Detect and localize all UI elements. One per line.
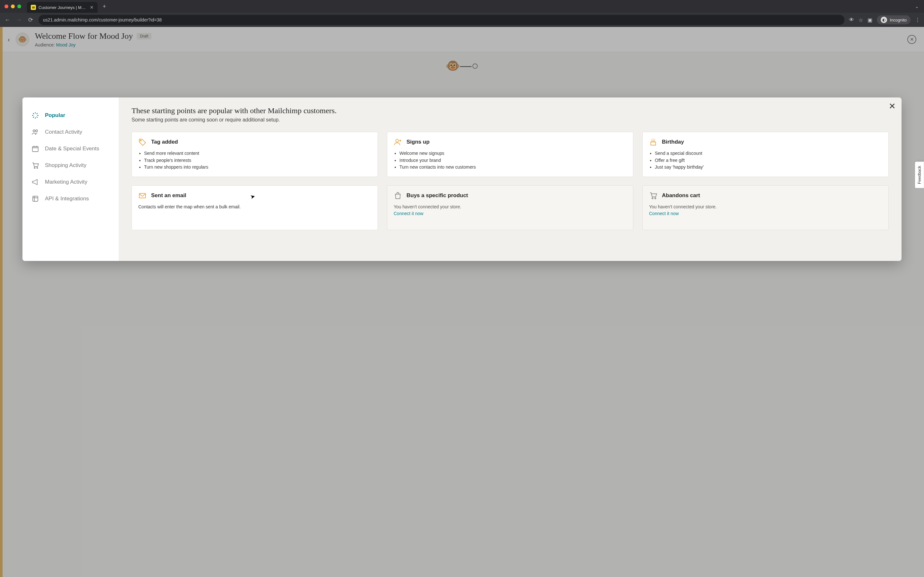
address-row: ← → ⟳ us21.admin.mailchimp.com/customer-…: [0, 13, 924, 27]
card-title: Birthday: [662, 139, 684, 145]
card-title: Abandons cart: [662, 192, 700, 199]
feedback-tab[interactable]: Feedback: [915, 161, 924, 188]
api-icon: [31, 195, 39, 203]
card-bullet: Send more relevant content: [144, 150, 371, 157]
card-title: Sent an email: [151, 192, 186, 199]
cake-icon: [649, 138, 657, 146]
connect-store-link[interactable]: Connect it now: [649, 211, 679, 216]
card-signs-up[interactable]: Signs up Welcome new signups Introduce y…: [387, 132, 633, 177]
person-plus-icon: [394, 138, 402, 146]
panel-icon[interactable]: ▣: [867, 17, 872, 23]
svg-point-1: [36, 130, 37, 132]
maximize-window-icon[interactable]: [17, 5, 21, 8]
card-bullet: Offer a free gift: [655, 157, 882, 164]
envelope-icon: [138, 191, 147, 200]
url-text: us21.admin.mailchimp.com/customer-journe…: [43, 17, 162, 23]
svg-point-6: [140, 140, 141, 141]
sidebar-item-popular[interactable]: Popular: [23, 107, 119, 124]
close-tab-icon[interactable]: ✕: [90, 5, 94, 10]
reload-button[interactable]: ⟳: [27, 16, 34, 23]
modal-subheading: Some starting points are coming soon or …: [132, 117, 889, 123]
browser-tab[interactable]: ✉ Customer Journeys | Mailchimp ✕: [27, 2, 97, 13]
card-bullet: Turn new shoppers into regulars: [144, 164, 371, 171]
card-bullet: Introduce your brand: [399, 157, 627, 164]
modal-sidebar: Popular Contact Activity Date & Special …: [23, 97, 119, 261]
window-traffic-lights[interactable]: [5, 5, 21, 8]
viewport: ‹ 🐵 Welcome Flow for Mood Joy Draft Audi…: [0, 27, 924, 577]
incognito-badge[interactable]: ◐ Incognito: [877, 15, 911, 24]
tag-icon: [138, 138, 147, 146]
tab-bar: ✉ Customer Journeys | Mailchimp ✕ + ⌄: [0, 0, 924, 13]
svg-point-10: [655, 198, 656, 199]
card-bullet: Turn new contacts into new customers: [399, 164, 627, 171]
sidebar-item-contact-activity[interactable]: Contact Activity: [23, 124, 119, 140]
card-buys-product[interactable]: Buys a specific product You haven't conn…: [387, 185, 633, 230]
sidebar-item-label: Popular: [45, 112, 65, 119]
card-desc: Contacts will enter the map when sent a …: [138, 203, 371, 210]
card-bullets: Send a special discount Offer a free gif…: [649, 150, 882, 171]
card-bullet: Send a special discount: [655, 150, 882, 157]
feedback-label: Feedback: [917, 166, 922, 184]
connect-store-link[interactable]: Connect it now: [394, 211, 423, 216]
sidebar-item-label: Shopping Activity: [45, 162, 86, 169]
close-window-icon[interactable]: [5, 5, 8, 8]
card-title: Signs up: [407, 139, 430, 145]
bag-icon: [394, 191, 402, 200]
back-button[interactable]: ←: [4, 17, 11, 23]
cart-icon: [649, 191, 657, 200]
eye-off-icon[interactable]: 👁: [849, 17, 854, 23]
new-tab-button[interactable]: +: [100, 3, 109, 10]
svg-rect-8: [139, 193, 145, 198]
forward-button: →: [15, 17, 23, 23]
sidebar-item-label: Contact Activity: [45, 129, 82, 135]
svg-rect-2: [32, 147, 38, 152]
incognito-label: Incognito: [890, 18, 907, 23]
card-abandons-cart[interactable]: Abandons cart You haven't connected your…: [642, 185, 889, 230]
calendar-icon: [31, 145, 39, 153]
svg-point-9: [652, 198, 653, 199]
card-title: Buys a specific product: [407, 192, 468, 199]
cart-icon: [31, 161, 39, 169]
browser-chrome: ✉ Customer Journeys | Mailchimp ✕ + ⌄ ← …: [0, 0, 924, 27]
card-bullets: Welcome new signups Introduce your brand…: [394, 150, 627, 171]
sidebar-item-label: Marketing Activity: [45, 179, 87, 185]
card-bullets: Send more relevant content Track people'…: [138, 150, 371, 171]
card-bullet: Just say 'happy birthday': [655, 164, 882, 171]
kebab-menu-icon[interactable]: ⋮: [915, 17, 920, 23]
megaphone-icon: [31, 178, 39, 186]
people-icon: [31, 128, 39, 136]
chevron-down-icon[interactable]: ⌄: [913, 4, 921, 9]
sidebar-item-shopping-activity[interactable]: Shopping Activity: [23, 157, 119, 174]
card-title: Tag added: [151, 139, 178, 145]
card-tag-added[interactable]: Tag added Send more relevant content Tra…: [132, 132, 378, 177]
card-bullet: Track people's interests: [144, 157, 371, 164]
sidebar-item-date-events[interactable]: Date & Special Events: [23, 140, 119, 157]
sparkle-icon: [31, 111, 39, 119]
card-desc: You haven't connected your store.: [649, 203, 882, 210]
card-bullet: Welcome new signups: [399, 150, 627, 157]
close-modal-button[interactable]: ✕: [889, 102, 896, 110]
svg-point-0: [33, 130, 35, 132]
sidebar-item-api-integrations[interactable]: API & Integrations: [23, 190, 119, 207]
card-sent-email[interactable]: Sent an email Contacts will enter the ma…: [132, 185, 378, 230]
minimize-window-icon[interactable]: [11, 5, 15, 8]
modal-main: ✕ These starting points are popular with…: [119, 97, 901, 261]
cards-grid: Tag added Send more relevant content Tra…: [132, 132, 889, 230]
svg-rect-5: [33, 196, 38, 201]
address-bar[interactable]: us21.admin.mailchimp.com/customer-journe…: [39, 15, 845, 25]
card-birthday[interactable]: Birthday Send a special discount Offer a…: [642, 132, 889, 177]
tab-title: Customer Journeys | Mailchimp: [39, 5, 87, 10]
starting-point-modal: Popular Contact Activity Date & Special …: [23, 97, 901, 261]
svg-point-3: [34, 168, 35, 169]
favicon-icon: ✉: [31, 5, 36, 10]
incognito-icon: ◐: [881, 17, 887, 23]
sidebar-item-label: API & Integrations: [45, 195, 89, 202]
sidebar-item-marketing-activity[interactable]: Marketing Activity: [23, 174, 119, 190]
svg-point-7: [396, 139, 399, 142]
star-icon[interactable]: ☆: [859, 17, 863, 23]
card-desc: You haven't connected your store.: [394, 203, 627, 210]
modal-heading: These starting points are popular with o…: [132, 106, 889, 115]
sidebar-item-label: Date & Special Events: [45, 145, 99, 152]
svg-point-4: [37, 168, 38, 169]
